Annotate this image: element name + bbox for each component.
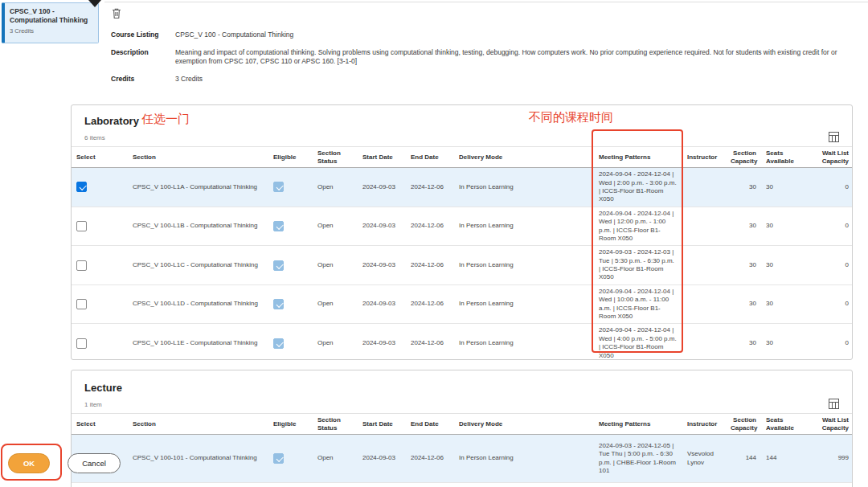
column-header-wait-list-capacity[interactable]: Wait List Capacity (806, 414, 853, 435)
table-grid-icon[interactable] (828, 132, 839, 143)
end-date-cell: 2024-12-06 (406, 324, 454, 360)
column-header-seats-available[interactable]: Seats Available (761, 414, 806, 435)
end-date-cell: 2024-12-06 (406, 168, 454, 207)
lecture-title: Lecture (84, 382, 852, 394)
course-card-title: CPSC_V 100 - Computational Thinking (10, 7, 93, 24)
column-header-seats-available[interactable]: Seats Available (761, 147, 806, 168)
select-checkbox[interactable] (76, 182, 87, 192)
column-header-delivery-mode[interactable]: Delivery Mode (454, 147, 594, 168)
meeting-patterns-cell: 2024-09-04 - 2024-12-04 | Wed | 12:00 p.… (594, 207, 682, 246)
eligible-checkbox (273, 221, 284, 231)
eligible-checkbox (273, 299, 284, 309)
select-checkbox[interactable] (76, 299, 87, 309)
ok-button[interactable]: OK (8, 453, 50, 473)
column-header-meeting-patterns[interactable]: Meeting Patterns (594, 147, 682, 168)
section-row: CPSC_V 100-L1E - Computational ThinkingO… (72, 324, 853, 360)
column-header-select[interactable]: Select (72, 414, 128, 435)
select-checkbox[interactable] (76, 221, 87, 231)
section-cell: CPSC_V 100-101 - Computational Thinking (128, 435, 268, 483)
end-date-cell: 2024-12-06 (406, 207, 454, 246)
start-date-cell: 2024-09-03 (358, 435, 406, 483)
start-date-cell: 2024-09-03 (358, 168, 406, 207)
wait-list-capacity-cell: 999 (806, 435, 853, 483)
instructor-cell (682, 246, 726, 285)
delete-course-button[interactable] (108, 6, 125, 23)
top-divider (104, 2, 868, 2)
delivery-mode-cell: In Person Learning (454, 435, 594, 483)
section-status-cell: Open (313, 284, 358, 324)
eligible-checkbox (273, 453, 284, 464)
delivery-mode-cell: In Person Learning (454, 246, 594, 285)
section-status-cell: Open (313, 246, 358, 285)
instructor-cell (682, 207, 726, 246)
table-grid-icon[interactable] (828, 399, 839, 410)
course-listing-label: Course Listing (111, 31, 175, 39)
column-header-section-capacity[interactable]: Section Capacity (726, 147, 761, 168)
column-header-wait-list-capacity[interactable]: Wait List Capacity (806, 147, 853, 168)
column-header-instructor[interactable]: Instructor (682, 147, 726, 168)
section-capacity-cell: 144 (726, 435, 761, 483)
lecture-grid: SelectSectionEligibleSection StatusStart… (72, 413, 853, 483)
trash-icon (110, 10, 123, 23)
column-header-select[interactable]: Select (72, 147, 128, 168)
lecture-panel: Lecture 1 item SelectSectionEligibleSect… (71, 370, 853, 487)
start-date-cell: 2024-09-03 (358, 284, 406, 324)
description-row: Description Meaning and impact of comput… (111, 48, 850, 66)
grid-header-row: SelectSectionEligibleSection StatusStart… (72, 147, 853, 168)
column-header-start-date[interactable]: Start Date (358, 414, 406, 435)
section-cell: CPSC_V 100-L1C - Computational Thinking (128, 246, 268, 285)
laboratory-items-bar: 6 items (84, 132, 839, 143)
credits-value: 3 Credits (175, 75, 850, 84)
column-header-eligible[interactable]: Eligible (268, 147, 313, 168)
wait-list-capacity-cell: 0 (806, 168, 853, 207)
wait-list-capacity-cell: 0 (806, 284, 853, 324)
meeting-patterns-cell: 2024-09-04 - 2024-12-04 | Wed | 2:00 p.m… (594, 168, 682, 207)
column-header-delivery-mode[interactable]: Delivery Mode (454, 414, 594, 435)
section-capacity-cell: 30 (726, 168, 761, 207)
credits-label: Credits (111, 75, 175, 84)
eligible-checkbox (273, 260, 284, 271)
section-capacity-cell: 30 (726, 207, 761, 246)
column-header-start-date[interactable]: Start Date (358, 147, 406, 168)
select-checkbox[interactable] (76, 260, 87, 271)
start-date-cell: 2024-09-03 (358, 246, 406, 285)
lecture-items-count: 1 item (84, 401, 102, 408)
column-header-section[interactable]: Section (128, 414, 268, 435)
lecture-items-bar: 1 item (84, 399, 839, 410)
column-header-section-status[interactable]: Section Status (313, 147, 358, 168)
eligible-checkbox (273, 182, 284, 192)
section-cell: CPSC_V 100-L1A - Computational Thinking (128, 168, 268, 207)
column-header-section[interactable]: Section (128, 147, 268, 168)
instructor-cell: Vsevolod Lynov (682, 435, 726, 483)
seats-available-cell: 30 (761, 284, 806, 324)
section-status-cell: Open (313, 207, 358, 246)
select-checkbox[interactable] (76, 338, 87, 349)
end-date-cell: 2024-12-06 (406, 284, 454, 324)
meeting-patterns-cell: 2024-09-04 - 2024-12-04 | Wed | 10:00 a.… (594, 284, 682, 324)
column-header-section-status[interactable]: Section Status (313, 414, 358, 435)
column-header-meeting-patterns[interactable]: Meeting Patterns (594, 414, 682, 435)
cancel-button[interactable]: Cancel (68, 453, 121, 473)
section-row: CPSC_V 100-L1D - Computational ThinkingO… (72, 284, 853, 324)
section-row: CPSC_V 100-L1B - Computational ThinkingO… (72, 207, 853, 246)
column-header-instructor[interactable]: Instructor (682, 414, 726, 435)
delivery-mode-cell: In Person Learning (454, 168, 594, 207)
section-status-cell: Open (313, 435, 358, 483)
eligible-checkbox (273, 338, 284, 349)
laboratory-items-count: 6 items (84, 134, 105, 141)
credits-row: Credits 3 Credits (111, 75, 850, 84)
delivery-mode-cell: In Person Learning (454, 284, 594, 324)
laboratory-grid: SelectSectionEligibleSection StatusStart… (72, 146, 853, 360)
column-header-eligible[interactable]: Eligible (268, 414, 313, 435)
grid-header-row: SelectSectionEligibleSection StatusStart… (72, 414, 853, 435)
course-card[interactable]: CPSC_V 100 - Computational Thinking 3 Cr… (2, 2, 99, 43)
column-header-end-date[interactable]: End Date (406, 147, 454, 168)
start-date-cell: 2024-09-03 (358, 324, 406, 360)
column-header-section-capacity[interactable]: Section Capacity (726, 414, 761, 435)
dropdown-caret-icon (88, 0, 101, 7)
section-row: CPSC_V 100-L1A - Computational ThinkingO… (72, 168, 853, 207)
column-header-end-date[interactable]: End Date (406, 414, 454, 435)
section-capacity-cell: 30 (726, 324, 761, 360)
seats-available-cell: 30 (761, 324, 806, 360)
start-date-cell: 2024-09-03 (358, 207, 406, 246)
